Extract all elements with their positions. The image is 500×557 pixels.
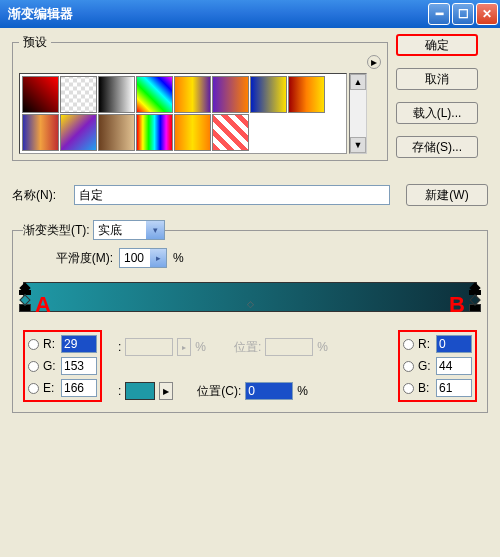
disabled-box — [265, 338, 313, 356]
gradient-editor[interactable]: ◇ A B — [17, 282, 483, 312]
left-e-input[interactable] — [61, 379, 97, 397]
position-c-label: 位置(C): — [197, 383, 241, 400]
midpoint-marker[interactable]: ◇ — [247, 299, 254, 309]
disabled-box — [125, 338, 173, 356]
position-label: 位置: — [234, 339, 261, 356]
presets-scrollbar[interactable]: ▲ ▼ — [349, 73, 367, 154]
marker-b: B — [449, 292, 465, 318]
play-icon[interactable]: ▶ — [159, 382, 173, 400]
new-button[interactable]: 新建(W) — [406, 184, 488, 206]
g-label: G: — [418, 359, 432, 373]
smoothness-input[interactable]: 100▸ — [119, 248, 167, 268]
preset-swatch[interactable] — [174, 114, 211, 151]
left-r-input[interactable] — [61, 335, 97, 353]
colon-label: : — [118, 384, 121, 398]
radio[interactable] — [28, 383, 39, 394]
ok-button[interactable]: 确定 — [396, 34, 478, 56]
radio[interactable] — [403, 383, 414, 394]
chevron-right-icon: ▸ — [150, 249, 166, 267]
marker-a: A — [35, 292, 51, 318]
chevron-right-icon: ▸ — [177, 338, 191, 356]
cancel-button[interactable]: 取消 — [396, 68, 478, 90]
preset-swatch[interactable] — [288, 76, 325, 113]
preset-swatch[interactable] — [98, 76, 135, 113]
gradient-type-fieldset: 渐变类型(T): 实底▾ 平滑度(M): 100▸ % ◇ A B R: G: … — [12, 220, 488, 413]
save-button[interactable]: 存储(S)... — [396, 136, 478, 158]
preset-swatch[interactable] — [250, 76, 287, 113]
right-r-input[interactable] — [436, 335, 472, 353]
r-label: R: — [418, 337, 432, 351]
scroll-down-icon[interactable]: ▼ — [350, 137, 366, 153]
window-title: 渐变编辑器 — [8, 5, 426, 23]
scroll-track[interactable] — [350, 90, 366, 137]
preset-swatch[interactable] — [60, 76, 97, 113]
r-label: R: — [43, 337, 57, 351]
presets-legend: 预设 — [19, 34, 51, 51]
scroll-up-icon[interactable]: ▲ — [350, 74, 366, 90]
maximize-button[interactable]: ☐ — [452, 3, 474, 25]
preset-swatch[interactable] — [60, 114, 97, 151]
preset-swatch[interactable] — [98, 114, 135, 151]
percent-label: % — [195, 340, 206, 354]
preset-swatch[interactable] — [22, 76, 59, 113]
minimize-button[interactable]: ━ — [428, 3, 450, 25]
radio[interactable] — [28, 339, 39, 350]
percent-label: % — [297, 384, 308, 398]
chevron-down-icon: ▾ — [146, 221, 164, 239]
preset-swatch[interactable] — [212, 76, 249, 113]
b-label: B: — [418, 381, 432, 395]
presets-fieldset: 预设 ▸ — [12, 34, 388, 161]
left-g-input[interactable] — [61, 357, 97, 375]
close-button[interactable]: ✕ — [476, 3, 498, 25]
right-rgb-group: R: G: B: — [398, 330, 477, 402]
gradient-type-label: 渐变类型(T): — [23, 223, 90, 237]
percent-label: % — [317, 340, 328, 354]
smoothness-label: 平滑度(M): — [23, 250, 113, 267]
name-label: 名称(N): — [12, 187, 68, 204]
radio[interactable] — [403, 339, 414, 350]
load-button[interactable]: 载入(L)... — [396, 102, 478, 124]
percent-label: % — [173, 251, 184, 265]
colon-label: : — [118, 340, 121, 354]
preset-swatch[interactable] — [22, 114, 59, 151]
presets-menu-button[interactable]: ▸ — [367, 55, 381, 69]
e-label: E: — [43, 381, 57, 395]
radio[interactable] — [28, 361, 39, 372]
radio[interactable] — [403, 361, 414, 372]
preset-swatch[interactable] — [136, 114, 173, 151]
name-input[interactable] — [74, 185, 390, 205]
position-c-input[interactable] — [245, 382, 293, 400]
preset-swatch[interactable] — [174, 76, 211, 113]
color-swatch[interactable] — [125, 382, 155, 400]
right-g-input[interactable] — [436, 357, 472, 375]
gradient-type-select[interactable]: 实底▾ — [93, 220, 165, 240]
left-rgb-group: R: G: E: — [23, 330, 102, 402]
preset-swatch[interactable] — [136, 76, 173, 113]
right-b-input[interactable] — [436, 379, 472, 397]
presets-grid[interactable] — [19, 73, 347, 154]
color-stop-right[interactable] — [469, 300, 481, 312]
g-label: G: — [43, 359, 57, 373]
color-stop-left[interactable] — [19, 300, 31, 312]
preset-swatch[interactable] — [212, 114, 249, 151]
